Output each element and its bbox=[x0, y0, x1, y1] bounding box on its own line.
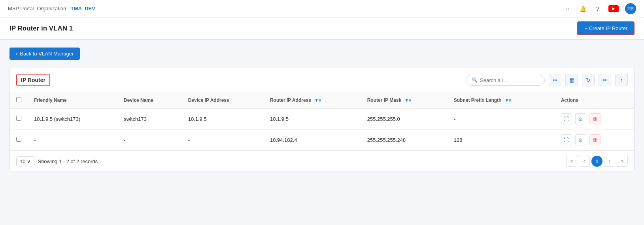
actions-cell: ⛶ ⊙ 🗑 bbox=[561, 134, 628, 145]
avatar[interactable]: TP bbox=[625, 3, 636, 14]
first-page-button[interactable]: « bbox=[566, 156, 577, 167]
expand-action-button-1[interactable]: ⛶ bbox=[561, 134, 572, 145]
cell-actions: ⛶ ⊙ 🗑 bbox=[555, 130, 634, 151]
select-all-col bbox=[10, 92, 28, 109]
youtube-icon[interactable]: ▶ bbox=[608, 5, 619, 12]
cell-device-ip: - bbox=[182, 130, 264, 151]
prev-page-button[interactable]: ‹ bbox=[579, 156, 590, 167]
table-actions: 🔍 ⇔ ▦ ↻ ✏ ↑ bbox=[466, 74, 628, 86]
content-area: ‹ Back to VLAN Manager IP Router 🔍 ⇔ ▦ ↻ bbox=[0, 40, 644, 180]
col-router-mask: Router IP Mask ▼≡ bbox=[361, 92, 448, 109]
cell-device-name: switch173 bbox=[117, 109, 182, 130]
expand-icon: ⇔ bbox=[553, 77, 557, 83]
actions-cell: ⛶ ⊙ 🗑 bbox=[561, 113, 628, 124]
page-size-select[interactable]: 10 ∨ bbox=[16, 156, 34, 166]
columns-icon: ▦ bbox=[569, 77, 574, 83]
pagination-bar: 10 ∨ Showing 1 - 2 of 2 records « ‹ 1 › … bbox=[10, 151, 634, 172]
search-input[interactable] bbox=[480, 77, 539, 83]
next-page-button[interactable]: › bbox=[604, 156, 615, 167]
cell-router-mask: 255.255.255.248 bbox=[361, 130, 448, 151]
page-1-button[interactable]: 1 bbox=[591, 156, 602, 167]
upload-button[interactable]: ↑ bbox=[615, 74, 628, 86]
col-router-ip: Router IP Address ▼≡ bbox=[264, 92, 361, 109]
delete-action-button-1[interactable]: 🗑 bbox=[589, 134, 601, 145]
cell-subnet-prefix: 128 bbox=[448, 130, 555, 151]
page-size-chevron: ∨ bbox=[27, 158, 31, 164]
top-nav-left: MSP Portal Organization: TMA_DEV bbox=[8, 6, 95, 11]
row-checkbox-cell bbox=[10, 130, 28, 151]
cell-friendly-name: - bbox=[28, 130, 117, 151]
clone-action-button-0[interactable]: ⊙ bbox=[575, 113, 586, 124]
edit-pencil-icon: ✏ bbox=[602, 77, 607, 83]
top-nav: MSP Portal Organization: TMA_DEV ○ 🔔 ? ▶… bbox=[0, 0, 644, 17]
pagination-left: 10 ∨ Showing 1 - 2 of 2 records bbox=[16, 156, 98, 166]
ip-router-table-section: IP Router 🔍 ⇔ ▦ ↻ ✏ ↑ bbox=[9, 68, 635, 172]
page-size-value: 10 bbox=[20, 158, 25, 164]
cell-router-ip: 10.1.9.5 bbox=[264, 109, 361, 130]
col-device-name: Device Name bbox=[117, 92, 182, 109]
last-page-button[interactable]: » bbox=[617, 156, 628, 167]
top-nav-right: ○ 🔔 ? ▶ TP bbox=[563, 3, 636, 14]
refresh-icon: ↻ bbox=[586, 77, 591, 83]
col-device-ip: Device IP Address bbox=[182, 92, 264, 109]
page-header: IP Router in VLAN 1 + Create IP Router bbox=[0, 17, 644, 40]
search-icon: 🔍 bbox=[472, 77, 478, 83]
cell-device-name: - bbox=[117, 130, 182, 151]
cell-device-ip: 10.1.9.5 bbox=[182, 109, 264, 130]
cell-friendly-name: 10.1.9.5 (switch173) bbox=[28, 109, 117, 130]
create-ip-router-button[interactable]: + Create IP Router bbox=[577, 21, 635, 35]
table-header-row: Friendly Name Device Name Device IP Addr… bbox=[10, 92, 634, 109]
router-ip-filter-icon[interactable]: ▼≡ bbox=[314, 98, 321, 103]
page-title: IP Router in VLAN 1 bbox=[9, 25, 73, 32]
cell-subnet-prefix: - bbox=[448, 109, 555, 130]
help-icon[interactable]: ? bbox=[593, 4, 602, 13]
upload-icon: ↑ bbox=[620, 77, 623, 83]
showing-records-text: Showing 1 - 2 of 2 records bbox=[38, 158, 98, 164]
search-box[interactable]: 🔍 bbox=[466, 75, 545, 86]
row-checkbox-0[interactable] bbox=[16, 116, 21, 121]
bell-icon[interactable]: 🔔 bbox=[578, 4, 587, 13]
col-actions: Actions bbox=[555, 92, 634, 109]
table-row: 10.1.9.5 (switch173) switch173 10.1.9.5 … bbox=[10, 109, 634, 130]
edit-button[interactable]: ✏ bbox=[599, 74, 611, 86]
cell-router-ip: 10.94.182.4 bbox=[264, 130, 361, 151]
org-label: Organization: bbox=[37, 6, 68, 11]
col-friendly-name: Friendly Name bbox=[28, 92, 117, 109]
pagination-right: « ‹ 1 › » bbox=[566, 156, 628, 167]
expand-action-button-0[interactable]: ⛶ bbox=[561, 113, 572, 124]
refresh-button[interactable]: ↻ bbox=[582, 74, 595, 86]
back-arrow-icon: ‹ bbox=[16, 51, 17, 57]
back-button-label: Back to VLAN Manager bbox=[20, 51, 74, 57]
col-subnet-prefix: Subnet Prefix Length ▼≡ bbox=[448, 92, 555, 109]
subnet-prefix-filter-icon[interactable]: ▼≡ bbox=[504, 98, 511, 103]
clone-action-button-1[interactable]: ⊙ bbox=[575, 134, 586, 145]
select-all-checkbox[interactable] bbox=[16, 97, 21, 102]
row-checkbox-cell bbox=[10, 109, 28, 130]
ip-router-table: Friendly Name Device Name Device IP Addr… bbox=[10, 92, 634, 151]
router-mask-filter-icon[interactable]: ▼≡ bbox=[404, 98, 411, 103]
back-to-vlan-manager-button[interactable]: ‹ Back to VLAN Manager bbox=[9, 48, 80, 60]
search-nav-icon[interactable]: ○ bbox=[563, 4, 572, 13]
table-header: IP Router 🔍 ⇔ ▦ ↻ ✏ ↑ bbox=[10, 68, 634, 92]
table-row: - - - 10.94.182.4 255.255.255.248 128 ⛶ … bbox=[10, 130, 634, 151]
org-name: TMA_DEV bbox=[71, 6, 95, 11]
delete-action-button-0[interactable]: 🗑 bbox=[589, 113, 601, 124]
columns-toggle-button[interactable]: ▦ bbox=[565, 74, 578, 86]
cell-actions: ⛶ ⊙ 🗑 bbox=[555, 109, 634, 130]
cell-router-mask: 255.255.255.0 bbox=[361, 109, 448, 130]
table-title: IP Router bbox=[16, 74, 50, 86]
row-checkbox-1[interactable] bbox=[16, 137, 21, 142]
portal-label: MSP Portal bbox=[8, 6, 34, 11]
expand-columns-icon-button[interactable]: ⇔ bbox=[549, 74, 561, 86]
